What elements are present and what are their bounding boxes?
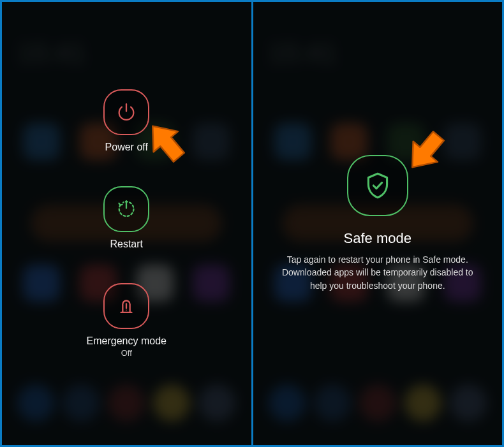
safe-mode-button[interactable] xyxy=(347,155,408,216)
restart-icon-frame xyxy=(103,186,149,232)
safe-mode-title: Safe mode xyxy=(344,230,411,247)
restart-icon xyxy=(115,198,137,220)
shield-check-icon xyxy=(362,170,394,202)
power-icon xyxy=(115,101,137,123)
emergency-sublabel: Off xyxy=(121,348,132,358)
restart-label: Restart xyxy=(110,238,143,250)
emergency-siren-icon xyxy=(115,295,137,317)
screenshot-panel-power-menu: 15:41 xyxy=(2,2,251,445)
safe-mode-confirm: Safe mode Tap again to restart your phon… xyxy=(253,2,503,445)
power-off-icon-frame xyxy=(103,89,149,135)
svg-point-0 xyxy=(126,309,127,311)
restart-button[interactable]: Restart xyxy=(103,186,149,250)
power-menu: Power off Restart xyxy=(2,2,251,445)
safe-mode-description: Tap again to restart your phone in Safe … xyxy=(272,253,483,292)
emergency-mode-button[interactable]: Emergency mode Off xyxy=(87,283,167,358)
power-off-button[interactable]: Power off xyxy=(103,89,149,153)
emergency-label: Emergency mode xyxy=(87,335,167,347)
screenshot-panel-safe-mode: 15:41 xyxy=(253,2,503,445)
power-off-label: Power off xyxy=(105,142,148,153)
emergency-icon-frame xyxy=(103,283,149,329)
